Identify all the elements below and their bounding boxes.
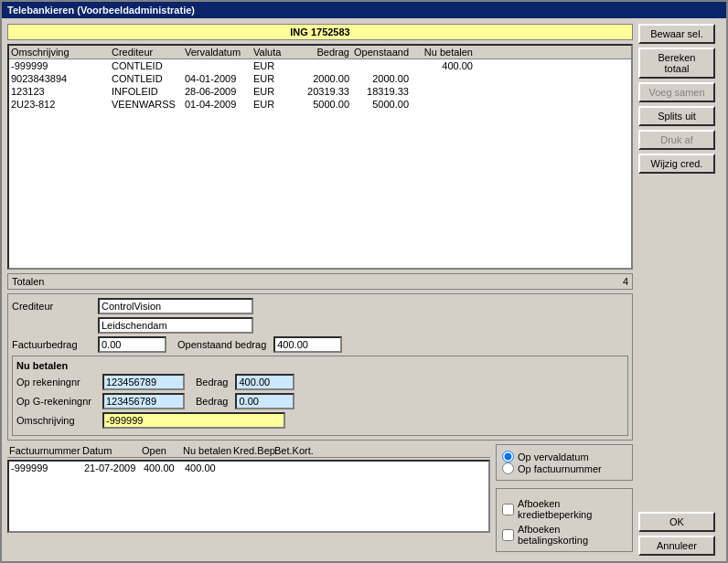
col-header-valuta: Valuta <box>253 47 294 58</box>
bedrag1-input[interactable] <box>235 374 294 390</box>
druk-af-button[interactable]: Druk af <box>638 130 715 150</box>
main-window: Telebankieren (Voorbeeldadministratie) I… <box>0 0 728 563</box>
radio-vervaldatum-row: Op vervaldatum <box>502 451 626 462</box>
rekeningnr-label: Op rekeningnr <box>16 377 99 388</box>
checkbox-options-section: Afboeken kredietbeperking Afboeken betal… <box>496 488 633 552</box>
table-row[interactable]: -999999 CONTLEID EUR 400.00 <box>9 59 631 72</box>
right-buttons-panel: Bewaar sel. Bereken totaal Voeg samen Sp… <box>638 24 721 556</box>
checkbox-betalingskorting[interactable] <box>502 529 514 541</box>
omschrijving-label: Omschrijving <box>16 415 99 426</box>
openstaand-input[interactable] <box>273 336 342 353</box>
cell-nu-betalen <box>409 86 473 97</box>
cell-crediteur: CONTLEID <box>112 73 185 84</box>
cell-bet-kort <box>276 462 317 473</box>
bottom-right-options: Op vervaldatum Op factuurnummer Afboeken… <box>496 444 633 556</box>
col-open: Open <box>142 445 183 456</box>
annuleer-button[interactable]: Annuleer <box>638 536 715 556</box>
omschrijving-input[interactable] <box>102 412 285 429</box>
cell-factuurnummer: -999999 <box>11 462 84 473</box>
cell-open: 400.00 <box>144 462 185 473</box>
col-datum: Datum <box>82 445 142 456</box>
cell-bedrag: 2000.00 <box>294 73 349 84</box>
bottom-left: Factuurnummer Datum Open Nu betalen Kred… <box>7 444 490 556</box>
factuurbedrag-label: Factuurbedrag <box>12 339 94 350</box>
radio-factuurnummer[interactable] <box>502 462 514 474</box>
checkbox-betalingskorting-label: Afboeken betalingskorting <box>518 524 626 546</box>
cell-kred-bep <box>235 462 276 473</box>
cell-openstaand: 18319.33 <box>349 86 409 97</box>
bedrag2-label: Bedrag <box>196 396 228 407</box>
ing-header: ING 1752583 <box>7 24 633 40</box>
totalen-count: 4 <box>623 276 628 287</box>
crediteur-section: Crediteur Factuurbedrag Openstaand bedra… <box>7 293 633 441</box>
radio-factuurnummer-row: Op factuurnummer <box>502 462 626 474</box>
window-title: Telebankieren (Voorbeeldadministratie) <box>7 5 195 16</box>
rekeningnr-input[interactable] <box>102 374 185 390</box>
col-header-vervaldatum: Vervaldatum <box>185 47 253 58</box>
voeg-samen-button[interactable]: Voeg samen <box>638 82 715 102</box>
crediteur-name-input[interactable] <box>98 298 253 314</box>
factuurnummer-table-body: -999999 21-07-2009 400.00 400.00 <box>7 460 490 533</box>
cell-vervaldatum <box>185 60 253 71</box>
totalen-bar: Totalen 4 <box>7 273 633 290</box>
cell-valuta: EUR <box>253 60 294 71</box>
cell-crediteur: VEENWARSS <box>112 99 185 110</box>
factuurbedrag-row: Factuurbedrag Openstaand bedrag <box>12 336 628 353</box>
nu-betalen-section: Nu betalen Op rekeningnr Bedrag Op G-rek… <box>12 356 628 436</box>
cell-bedrag: 5000.00 <box>294 99 349 110</box>
crediteur-label: Crediteur <box>12 301 94 312</box>
cell-crediteur: CONTLEID <box>112 60 185 71</box>
col-header-nu-betalen: Nu betalen <box>409 47 473 58</box>
wijzig-cred-button[interactable]: Wijzig cred. <box>638 154 715 174</box>
g-rekeningnr-input[interactable] <box>102 393 185 409</box>
table-header: Omschrijving Crediteur Vervaldatum Valut… <box>9 46 631 59</box>
radio-vervaldatum[interactable] <box>502 451 514 462</box>
bedrag1-label: Bedrag <box>196 377 228 388</box>
cell-vervaldatum: 28-06-2009 <box>185 86 253 97</box>
factuurnummer-row[interactable]: -999999 21-07-2009 400.00 400.00 <box>9 462 488 474</box>
cell-bedrag: 20319.33 <box>294 86 349 97</box>
ok-button[interactable]: OK <box>638 512 715 532</box>
col-bet-kort: Bet.Kort. <box>274 445 316 456</box>
col-header-openstaand: Openstaand <box>349 47 409 58</box>
crediteur-city-row <box>12 317 628 334</box>
checkbox-kredietbeperking-row: Afboeken kredietbeperking <box>502 498 626 520</box>
left-panel: ING 1752583 Omschrijving Crediteur Verva… <box>7 24 633 556</box>
radio-factuurnummer-label: Op factuurnummer <box>518 463 602 474</box>
cell-datum: 21-07-2009 <box>84 462 144 473</box>
checkbox-kredietbeperking[interactable] <box>502 504 514 515</box>
bedrag2-input[interactable] <box>235 393 294 409</box>
rekeningnr-row: Op rekeningnr Bedrag <box>16 374 624 390</box>
cell-openstaand: 5000.00 <box>349 99 409 110</box>
cell-openstaand <box>349 60 409 71</box>
table-body: -999999 CONTLEID EUR 400.00 9023843894 C… <box>9 59 631 263</box>
radio-vervaldatum-label: Op vervaldatum <box>518 451 589 462</box>
g-rekeningnr-row: Op G-rekeningnr Bedrag <box>16 393 624 409</box>
cell-valuta: EUR <box>253 86 294 97</box>
cell-valuta: EUR <box>253 99 294 110</box>
crediteur-city-input[interactable] <box>98 317 253 334</box>
table-row[interactable]: 123123 INFOLEID 28-06-2009 EUR 20319.33 … <box>9 85 631 98</box>
cell-crediteur: INFOLEID <box>112 86 185 97</box>
omschrijving-row: Omschrijving <box>16 412 624 429</box>
cell-vervaldatum: 01-04-2009 <box>185 99 253 110</box>
openstaand-label: Openstaand bedrag <box>177 339 266 350</box>
radio-options-section: Op vervaldatum Op factuurnummer <box>496 444 633 481</box>
nu-betalen-title: Nu betalen <box>16 360 624 371</box>
table-row[interactable]: 2U23-812 VEENWARSS 01-04-2009 EUR 5000.0… <box>9 98 631 111</box>
splits-uit-button[interactable]: Splits uit <box>638 106 715 126</box>
checkbox-betalingskorting-row: Afboeken betalingskorting <box>502 524 626 546</box>
checkbox-kredietbeperking-label: Afboeken kredietbeperking <box>518 498 626 520</box>
bottom-area: Factuurnummer Datum Open Nu betalen Kred… <box>7 444 633 556</box>
cell-omschrijving: 9023843894 <box>11 73 112 84</box>
bewaar-sel-button[interactable]: Bewaar sel. <box>638 24 715 44</box>
cell-omschrijving: 123123 <box>11 86 112 97</box>
bereken-totaal-button[interactable]: Bereken totaal <box>638 48 715 79</box>
factuurnummer-header: Factuurnummer Datum Open Nu betalen Kred… <box>7 444 490 458</box>
g-rekeningnr-label: Op G-rekeningnr <box>16 396 99 407</box>
table-row[interactable]: 9023843894 CONTLEID 04-01-2009 EUR 2000.… <box>9 72 631 85</box>
col-factuurnummer: Factuurnummer <box>9 445 82 456</box>
title-bar: Telebankieren (Voorbeeldadministratie) <box>2 2 726 18</box>
cell-omschrijving: -999999 <box>11 60 112 71</box>
factuurbedrag-input[interactable] <box>98 336 166 353</box>
